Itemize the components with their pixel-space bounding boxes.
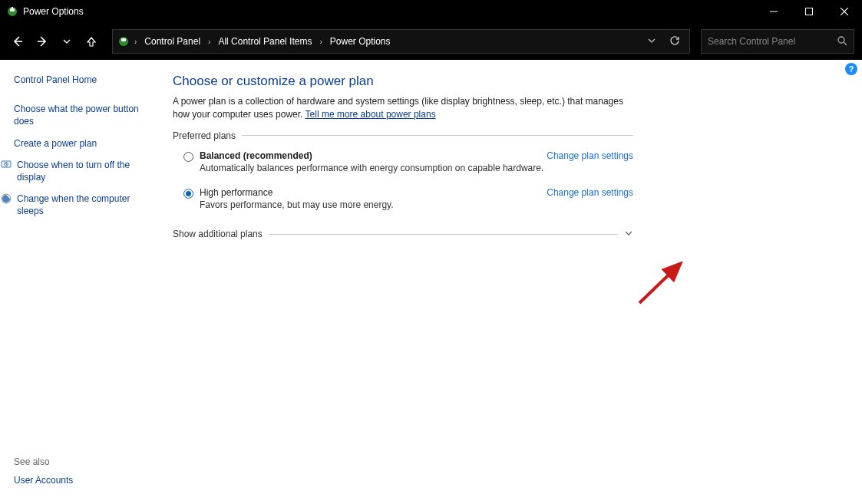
breadcrumb-power-options[interactable]: Power Options	[327, 36, 394, 47]
breadcrumb-control-panel[interactable]: Control Panel	[141, 36, 203, 47]
breadcrumb-all-items[interactable]: All Control Panel Items	[215, 36, 315, 47]
svg-rect-2	[12, 7, 13, 8]
change-plan-settings-balanced[interactable]: Change plan settings	[547, 150, 633, 161]
svg-line-18	[639, 263, 681, 303]
maximize-button[interactable]	[791, 0, 827, 23]
refresh-button[interactable]	[669, 35, 680, 48]
see-also-heading: See also	[14, 456, 154, 467]
address-bar[interactable]: › Control Panel › All Control Panel Item…	[112, 29, 690, 54]
search-input[interactable]	[708, 36, 837, 47]
change-plan-settings-high-performance[interactable]: Change plan settings	[547, 187, 633, 198]
control-panel-home-link[interactable]: Control Panel Home	[14, 74, 154, 86]
sleep-icon	[0, 193, 12, 205]
minimize-button[interactable]	[756, 0, 791, 23]
learn-more-link[interactable]: Tell me more about power plans	[305, 109, 436, 120]
svg-rect-1	[10, 8, 15, 12]
annotation-arrow	[633, 255, 695, 309]
recent-locations-button[interactable]	[57, 31, 77, 51]
radio-balanced[interactable]	[183, 152, 193, 162]
chevron-right-icon[interactable]: ›	[206, 38, 212, 46]
user-accounts-link[interactable]: User Accounts	[14, 475, 154, 486]
svg-line-12	[844, 42, 847, 45]
chevron-right-icon[interactable]: ›	[133, 38, 138, 46]
plan-balanced-name[interactable]: Balanced (recommended)	[200, 150, 312, 161]
chevron-down-icon[interactable]	[648, 36, 656, 47]
plan-high-performance: High performance Change plan settings Fa…	[173, 183, 633, 212]
plan-balanced: Balanced (recommended) Change plan setti…	[173, 146, 633, 175]
sidebar-link-turn-off-display[interactable]: Choose when to turn off the display	[14, 159, 154, 183]
svg-point-11	[838, 37, 844, 43]
svg-line-16	[6, 164, 7, 165]
sidebar-link-create-plan[interactable]: Create a power plan	[14, 137, 154, 150]
radio-high-performance[interactable]	[183, 189, 193, 199]
preferred-plans-heading: Preferred plans	[173, 130, 633, 141]
up-button[interactable]	[81, 31, 101, 51]
svg-rect-10	[121, 38, 126, 41]
plan-high-performance-name[interactable]: High performance	[200, 187, 272, 198]
window-title: Power Options	[23, 6, 84, 17]
search-icon[interactable]	[837, 35, 847, 48]
power-options-icon	[117, 35, 130, 48]
chevron-right-icon[interactable]: ›	[318, 38, 323, 46]
sidebar: Control Panel Home Choose what the power…	[0, 60, 165, 504]
page-description: A power plan is a collection of hardware…	[173, 95, 633, 121]
power-options-icon	[6, 5, 18, 18]
display-off-icon	[0, 159, 12, 171]
titlebar: Power Options	[0, 0, 862, 23]
close-button[interactable]	[827, 0, 862, 23]
svg-rect-4	[806, 8, 813, 15]
search-box[interactable]	[701, 29, 854, 54]
main-content: Choose or customize a power plan A power…	[165, 60, 862, 504]
page-title: Choose or customize a power plan	[173, 74, 633, 89]
toolbar: › Control Panel › All Control Panel Item…	[0, 23, 862, 60]
plan-high-performance-desc: Favors performance, but may use more ene…	[200, 199, 633, 210]
back-button[interactable]	[8, 31, 28, 51]
plan-balanced-desc: Automatically balances performance with …	[200, 163, 633, 173]
sidebar-link-computer-sleeps[interactable]: Change when the computer sleeps	[14, 193, 154, 217]
forward-button[interactable]	[32, 31, 52, 51]
additional-plans-toggle[interactable]: Show additional plans	[173, 229, 633, 240]
chevron-down-icon	[624, 229, 633, 240]
sidebar-link-power-button[interactable]: Choose what the power button does	[14, 103, 154, 127]
